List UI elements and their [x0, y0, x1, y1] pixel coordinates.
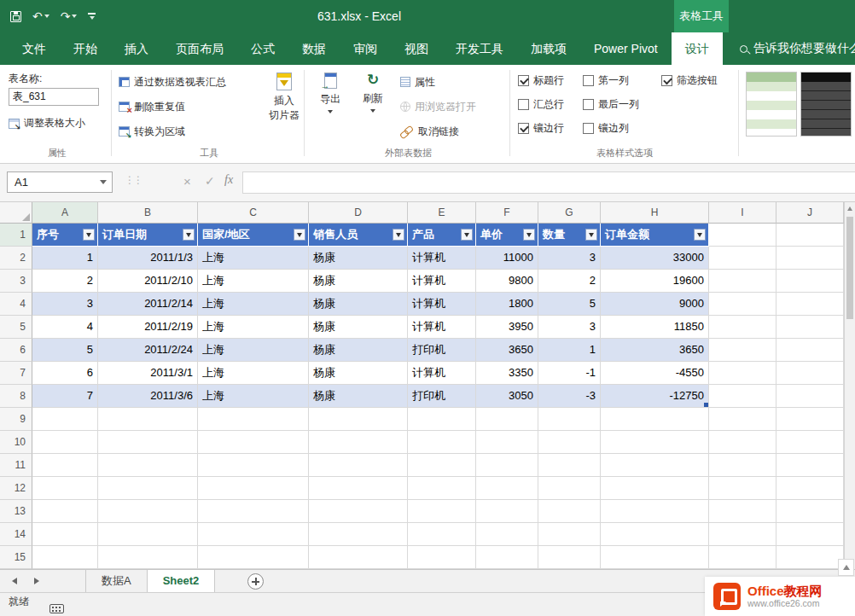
row-header-13[interactable]: 13 — [0, 500, 32, 523]
cell-D5[interactable]: 杨康 — [309, 316, 408, 339]
cell-G10[interactable] — [538, 431, 601, 454]
ribbon-tab-view[interactable]: 视图 — [391, 32, 442, 65]
cell-B8[interactable]: 2011/3/6 — [98, 385, 198, 408]
column-header-F[interactable]: F — [476, 202, 538, 224]
cell-I7[interactable] — [709, 362, 776, 385]
cell-E1[interactable]: 产品 — [408, 224, 476, 247]
cell-B1[interactable]: 订单日期 — [98, 224, 198, 247]
cell-F4[interactable]: 1800 — [476, 293, 538, 316]
cell-G1[interactable]: 数量 — [538, 224, 601, 247]
cell-H7[interactable]: -4550 — [601, 362, 709, 385]
cell-A4[interactable]: 3 — [32, 293, 98, 316]
row-header-10[interactable]: 10 — [0, 431, 32, 454]
cell-E5[interactable]: 计算机 — [408, 316, 476, 339]
cell-F11[interactable] — [476, 454, 538, 477]
cell-B10[interactable] — [98, 431, 198, 454]
cell-A14[interactable] — [32, 523, 98, 546]
cell-E2[interactable]: 计算机 — [408, 247, 476, 270]
cell-H15[interactable] — [601, 546, 709, 569]
properties-button[interactable]: 属性 — [398, 72, 438, 92]
cell-G9[interactable] — [538, 408, 601, 431]
cell-G12[interactable] — [538, 477, 601, 500]
cell-H14[interactable] — [601, 523, 709, 546]
row-header-2[interactable]: 2 — [0, 247, 32, 270]
cell-F2[interactable]: 11000 — [476, 247, 538, 270]
cell-D10[interactable] — [309, 431, 408, 454]
cell-G4[interactable]: 5 — [538, 293, 601, 316]
cell-I15[interactable] — [709, 546, 776, 569]
cell-C11[interactable] — [198, 454, 309, 477]
ribbon-tab-home[interactable]: 开始 — [60, 32, 111, 65]
cell-A3[interactable]: 2 — [32, 270, 98, 293]
cell-I10[interactable] — [709, 431, 776, 454]
cell-C6[interactable]: 上海 — [198, 339, 309, 362]
row-header-15[interactable]: 15 — [0, 546, 32, 569]
cell-F10[interactable] — [476, 431, 538, 454]
cell-G3[interactable]: 2 — [538, 270, 601, 293]
cell-H6[interactable]: 3650 — [601, 339, 709, 362]
previous-sheet-arrow-icon[interactable] — [12, 578, 17, 584]
cell-I12[interactable] — [709, 477, 776, 500]
cancel-icon[interactable]: × — [183, 174, 191, 189]
insert-function-button[interactable]: fx — [224, 173, 233, 187]
cell-G14[interactable] — [538, 523, 601, 546]
cell-A9[interactable] — [32, 408, 98, 431]
cell-B3[interactable]: 2011/2/10 — [98, 270, 198, 293]
ribbon-tab-developer[interactable]: 开发工具 — [442, 32, 517, 65]
filter-button-B[interactable] — [183, 229, 195, 241]
cell-I5[interactable] — [709, 316, 776, 339]
cell-J12[interactable] — [776, 477, 844, 500]
sheet-tab-sheet2[interactable]: Sheet2 — [148, 570, 216, 592]
cell-B11[interactable] — [98, 454, 198, 477]
cell-D11[interactable] — [309, 454, 408, 477]
cell-E3[interactable]: 计算机 — [408, 270, 476, 293]
cell-F9[interactable] — [476, 408, 538, 431]
cell-G8[interactable]: -3 — [538, 385, 601, 408]
column-header-G[interactable]: G — [538, 202, 601, 224]
new-sheet-button[interactable] — [247, 573, 264, 590]
ribbon-tab-formulas[interactable]: 公式 — [237, 32, 288, 65]
cell-I6[interactable] — [709, 339, 776, 362]
cell-B4[interactable]: 2011/2/14 — [98, 293, 198, 316]
convert-to-range-button[interactable]: 转换为区域 — [116, 121, 188, 142]
cell-I9[interactable] — [709, 408, 776, 431]
cell-C14[interactable] — [198, 523, 309, 546]
cell-D1[interactable]: 销售人员 — [309, 224, 408, 247]
name-box[interactable]: A1 — [7, 171, 113, 193]
unlink-button[interactable]: 取消链接 — [398, 121, 462, 142]
table-style-thumbnail-dark[interactable] — [800, 72, 852, 137]
vertical-scrollbar[interactable] — [844, 202, 855, 569]
cell-I13[interactable] — [709, 500, 776, 523]
cell-F8[interactable]: 3050 — [476, 385, 538, 408]
cell-B2[interactable]: 2011/1/3 — [98, 247, 198, 270]
table-name-input[interactable] — [9, 88, 99, 106]
formula-input[interactable] — [242, 171, 855, 194]
summarize-with-pivottable-button[interactable]: 通过数据透视表汇总 — [116, 72, 229, 92]
insert-slicer-button[interactable]: 插入 切片器 — [265, 67, 304, 142]
cell-C5[interactable]: 上海 — [198, 316, 309, 339]
cell-E14[interactable] — [408, 523, 476, 546]
cell-E13[interactable] — [408, 500, 476, 523]
next-sheet-arrow-icon[interactable] — [34, 578, 39, 584]
cell-D2[interactable]: 杨康 — [309, 247, 408, 270]
cell-J11[interactable] — [776, 454, 844, 477]
filter-button-F[interactable] — [523, 229, 535, 241]
cell-I1[interactable] — [709, 224, 776, 247]
row-header-1[interactable]: 1 — [0, 224, 32, 247]
row-header-8[interactable]: 8 — [0, 385, 32, 408]
cell-C4[interactable]: 上海 — [198, 293, 309, 316]
checkbox-first-column[interactable]: 第一列 — [583, 73, 661, 88]
ribbon-tab-page-layout[interactable]: 页面布局 — [162, 32, 237, 65]
column-header-B[interactable]: B — [98, 202, 198, 224]
filter-button-C[interactable] — [294, 229, 305, 241]
checkbox-banded-rows[interactable]: 镶边行 — [518, 121, 583, 136]
cell-E8[interactable]: 打印机 — [408, 385, 476, 408]
cell-E11[interactable] — [408, 454, 476, 477]
filter-button-D[interactable] — [393, 229, 404, 241]
cell-H3[interactable]: 19600 — [601, 270, 709, 293]
cell-D3[interactable]: 杨康 — [309, 270, 408, 293]
scrollbar-thumb[interactable] — [846, 217, 853, 319]
cell-B13[interactable] — [98, 500, 198, 523]
cell-A12[interactable] — [32, 477, 98, 500]
cell-A10[interactable] — [32, 431, 98, 454]
